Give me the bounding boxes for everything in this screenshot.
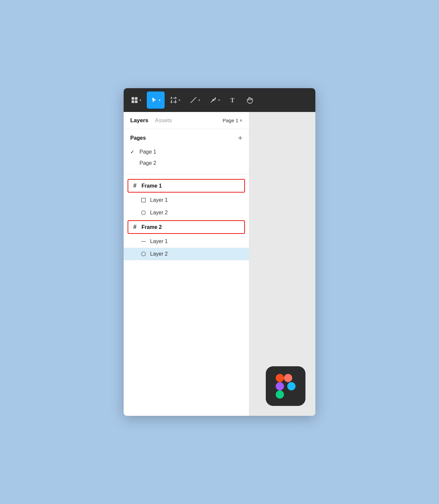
- tabs-row: Layers Assets Page 1 ∧: [124, 112, 249, 129]
- svg-point-18: [287, 382, 296, 390]
- pages-section-header: Pages +: [130, 134, 242, 142]
- layer-frame1-layer1[interactable]: Layer 1: [124, 194, 249, 206]
- svg-rect-2: [132, 100, 134, 103]
- app-window: ▾ ▾: [124, 88, 315, 416]
- figma-grid-icon: [131, 96, 138, 104]
- svg-rect-16: [284, 374, 292, 382]
- select-tool-chevron: ▾: [159, 98, 161, 102]
- svg-rect-0: [132, 97, 134, 100]
- frame1-layer1-label: Layer 1: [150, 197, 168, 203]
- figma-menu-chevron: ▾: [140, 98, 141, 102]
- page-item-page2[interactable]: Page 2: [130, 158, 242, 169]
- svg-rect-3: [135, 100, 138, 103]
- figma-logo-container: [266, 366, 305, 406]
- line-layer-icon: [140, 241, 147, 242]
- frame-icon: [170, 96, 177, 104]
- left-panel: Layers Assets Page 1 ∧ Pages + ✓ Page 1: [124, 112, 249, 416]
- svg-rect-19: [276, 390, 284, 399]
- add-page-button[interactable]: +: [238, 134, 242, 142]
- frame2-layer2-label: Layer 2: [150, 251, 168, 257]
- line-tool-chevron: ▾: [198, 98, 200, 102]
- layer-frame2-layer1[interactable]: Layer 1: [124, 235, 249, 248]
- page-selector-label: Page 1: [222, 118, 238, 123]
- figma-logo-svg: [276, 374, 296, 399]
- pen-tool-button[interactable]: ▾: [206, 91, 224, 109]
- svg-rect-15: [276, 374, 284, 382]
- hand-icon: [246, 96, 254, 104]
- pages-section: Pages + ✓ Page 1 Page 2: [124, 129, 249, 174]
- page1-check-icon: ✓: [130, 149, 136, 155]
- frame1-hash-icon: #: [132, 182, 138, 189]
- frame1-label: Frame 1: [141, 183, 162, 189]
- page1-label: Page 1: [140, 149, 156, 155]
- toolbar: ▾ ▾: [124, 88, 315, 112]
- pen-icon: [210, 96, 217, 104]
- pages-section-title: Pages: [130, 135, 146, 141]
- layers-section: # Frame 1 Layer 1 Layer 2: [124, 174, 249, 416]
- svg-line-12: [191, 97, 196, 103]
- rectangle-icon: [140, 198, 147, 202]
- layer-frame1[interactable]: # Frame 1: [128, 179, 245, 193]
- layer-frame2-layer2[interactable]: Layer 2: [124, 248, 249, 260]
- tab-layers[interactable]: Layers: [130, 117, 148, 124]
- text-tool-button[interactable]: T: [225, 91, 241, 109]
- ellipse2-icon: [140, 252, 147, 256]
- ellipse1-icon: [140, 210, 147, 215]
- page-selector-chevron: ∧: [240, 118, 242, 123]
- page-selector[interactable]: Page 1 ∧: [222, 118, 242, 123]
- line-icon: [190, 96, 197, 104]
- line-tool-button[interactable]: ▾: [186, 91, 204, 109]
- figma-menu-button[interactable]: ▾: [127, 91, 145, 109]
- tab-assets[interactable]: Assets: [155, 117, 172, 124]
- frame2-layer1-label: Layer 1: [150, 238, 168, 244]
- page2-label: Page 2: [140, 160, 156, 166]
- arrow-icon: [151, 97, 157, 103]
- text-icon: T: [229, 96, 237, 104]
- page-item-page1[interactable]: ✓ Page 1: [130, 146, 242, 158]
- pen-tool-chevron: ▾: [218, 98, 220, 102]
- select-tool-button[interactable]: ▾: [147, 91, 165, 109]
- frame2-hash-icon: #: [132, 224, 138, 231]
- frame1-layer2-label: Layer 2: [150, 210, 168, 216]
- hand-tool-button[interactable]: [242, 91, 258, 109]
- svg-text:T: T: [230, 97, 234, 104]
- layer-frame1-layer2[interactable]: Layer 2: [124, 206, 249, 219]
- layer-frame2[interactable]: # Frame 2: [128, 220, 245, 234]
- svg-point-17: [276, 382, 284, 390]
- svg-rect-1: [135, 97, 138, 100]
- frame-tool-button[interactable]: ▾: [166, 91, 184, 109]
- frame2-label: Frame 2: [141, 224, 162, 230]
- frame-tool-chevron: ▾: [179, 98, 180, 102]
